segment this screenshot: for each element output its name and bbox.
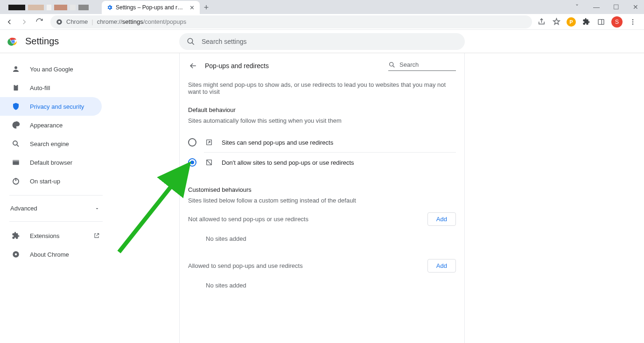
profile-avatar[interactable]: S [611,16,623,28]
chrome-logo-icon [7,36,19,47]
radio-checked-icon [188,158,196,167]
open-external-icon [93,232,100,239]
custom-behaviours-title: Customised behaviours [188,186,456,193]
svg-point-23 [390,62,393,66]
default-behaviour-title: Default behaviour [188,106,456,113]
chevron-down-icon[interactable]: ˅ [571,3,582,11]
puzzle-icon [11,231,21,240]
add-not-allowed-button[interactable]: Add [427,212,456,226]
tab-swatch [70,5,76,10]
svg-rect-14 [15,84,17,86]
panel-description: Sites might send pop-ups to show ads, or… [188,81,456,95]
not-allowed-list-label: Not allowed to send pop-ups or use redir… [188,216,308,223]
svg-point-4 [632,19,634,21]
panel-search-input[interactable]: Search [388,61,456,71]
tab-swatch [8,5,25,10]
panel-search-placeholder: Search [399,61,419,68]
extensions-puzzle-icon[interactable] [581,17,591,27]
url-origin-label: Chrome [66,18,88,25]
sidebar-item-label: Search engine [30,140,69,147]
sidebar-item-label: Default browser [30,159,72,166]
tab-strip: Settings – Pop-ups and redirects ✕ + ˅ —… [0,0,644,14]
svg-line-27 [207,160,211,164]
svg-point-9 [12,40,14,42]
custom-behaviours-subtitle: Sites listed below follow a custom setti… [188,197,456,204]
radio-unchecked-icon [188,138,196,147]
tab-title: Settings – Pop-ups and redirects [116,4,186,11]
extension-badge-icon[interactable]: P [567,17,576,27]
settings-title: Settings [25,36,59,47]
sidebar-item-you-and-google[interactable]: You and Google [0,60,102,78]
svg-line-24 [393,65,395,67]
popup-open-icon [205,138,213,147]
tab-settings[interactable]: Settings – Pop-ups and redirects ✕ [102,1,200,14]
kebab-menu-icon[interactable] [628,17,637,27]
sidebar-item-label: Auto-fill [30,84,50,91]
side-panel-icon[interactable] [596,17,606,27]
browser-toolbar: Chrome | chrome://settings/content/popup… [0,14,644,30]
svg-rect-13 [14,85,18,91]
search-settings-input[interactable]: Search settings [179,33,465,50]
bookmark-star-icon[interactable] [552,17,561,27]
power-icon [11,176,21,186]
svg-point-12 [14,66,17,69]
share-icon[interactable] [537,17,546,27]
popup-blocked-icon [205,158,213,167]
close-icon[interactable]: ✕ [189,4,195,11]
settings-sidebar: You and Google Auto-fill Privacy and sec… [0,53,112,343]
svg-point-6 [632,23,634,25]
default-behaviour-subtitle: Sites automatically follow this setting … [188,117,456,124]
sidebar-item-search-engine[interactable]: Search engine [0,134,102,153]
chevron-down-icon [94,206,100,211]
radio-option-block[interactable]: Don't allow sites to send pop-ups or use… [204,152,456,172]
sidebar-item-about-chrome[interactable]: About Chrome [0,245,102,264]
svg-point-1 [58,21,61,23]
close-window-icon[interactable]: ✕ [630,3,641,11]
sidebar-advanced-toggle[interactable]: Advanced [0,200,112,217]
svg-line-11 [192,42,194,45]
sidebar-item-on-startup[interactable]: On start-up [0,172,102,190]
back-button[interactable] [3,15,16,28]
svg-point-22 [15,253,17,256]
allowed-list-label: Allowed to send pop-ups and use redirect… [188,262,303,269]
forward-button[interactable] [18,15,31,28]
radio-option-label: Don't allow sites to send pop-ups or use… [222,159,354,166]
clipboard-icon [11,83,21,92]
svg-rect-2 [598,19,604,24]
radio-option-allow[interactable]: Sites can send pop-ups and use redirects [188,133,456,152]
browser-icon [11,158,21,167]
maximize-icon[interactable]: ☐ [610,3,622,11]
back-arrow-icon[interactable] [188,61,198,71]
sidebar-item-label: About Chrome [30,251,69,258]
svg-point-10 [188,38,193,43]
chrome-icon [56,19,63,25]
settings-header: Settings Search settings [0,30,644,53]
allowed-empty-text: No sites added [188,277,456,294]
tab-other[interactable] [4,1,102,14]
reload-button[interactable] [33,15,46,28]
person-icon [11,64,21,74]
sidebar-item-privacy-security[interactable]: Privacy and security [0,97,102,116]
sidebar-item-appearance[interactable]: Appearance [0,116,102,134]
gear-icon [106,4,113,11]
sidebar-item-default-browser[interactable]: Default browser [0,153,102,172]
sidebar-item-label: On start-up [30,178,60,185]
sidebar-item-label: Privacy and security [30,103,84,110]
not-allowed-empty-text: No sites added [188,231,456,247]
tab-swatch [78,5,89,10]
sidebar-item-extensions[interactable]: Extensions [0,226,93,245]
sidebar-item-label: You and Google [30,66,73,73]
address-bar[interactable]: Chrome | chrome://settings/content/popup… [50,15,532,28]
svg-rect-18 [13,160,19,161]
minimize-icon[interactable]: — [591,3,602,11]
shield-icon [11,102,21,111]
radio-option-label: Sites can send pop-ups and use redirects [222,139,333,146]
search-icon [187,37,195,46]
sidebar-item-autofill[interactable]: Auto-fill [0,78,102,97]
new-tab-button[interactable]: + [200,1,213,14]
tab-swatch [28,5,44,10]
search-icon [11,139,21,148]
palette-icon [11,120,21,130]
panel-title: Pop-ups and redirects [205,62,382,70]
add-allowed-button[interactable]: Add [427,259,456,273]
